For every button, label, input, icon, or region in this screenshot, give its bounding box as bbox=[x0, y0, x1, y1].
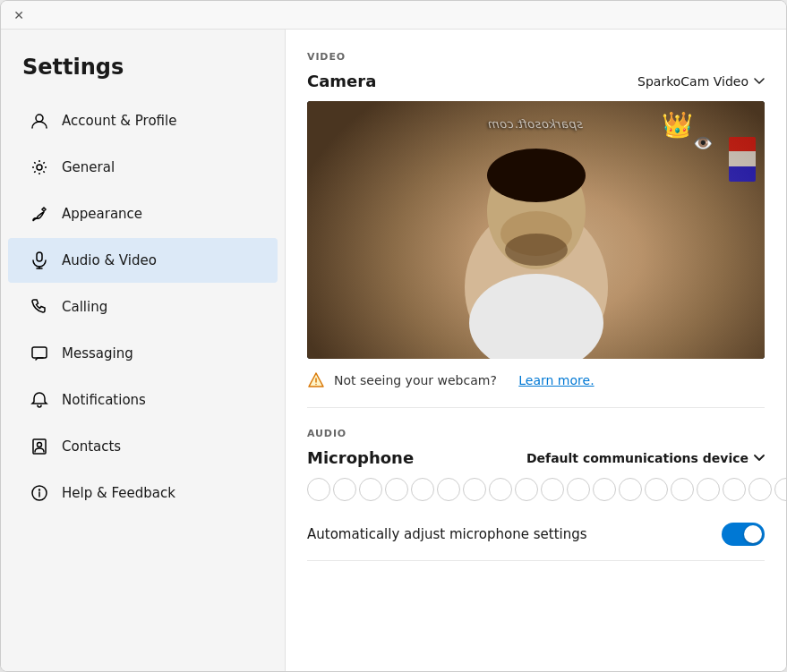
bell-icon bbox=[30, 390, 49, 410]
sidebar-item-audio-video[interactable]: Audio & Video bbox=[8, 238, 278, 283]
sidebar-item-contacts-label: Contacts bbox=[62, 438, 121, 455]
video-preview: 👑 👁️ sparkosoft.com bbox=[307, 101, 765, 359]
person-silhouette bbox=[447, 135, 626, 359]
svg-point-10 bbox=[39, 489, 40, 490]
sidebar-item-account[interactable]: Account & Profile bbox=[8, 98, 278, 143]
mic-dot-7 bbox=[463, 478, 486, 501]
mic-dot-16 bbox=[697, 478, 720, 501]
sidebar-item-notifications-label: Notifications bbox=[62, 392, 146, 408]
sidebar-item-appearance-label: Appearance bbox=[62, 206, 142, 222]
mic-dot-13 bbox=[619, 478, 642, 501]
gear-icon bbox=[30, 157, 49, 177]
webcam-feed: 👑 👁️ sparkosoft.com bbox=[307, 101, 765, 359]
svg-rect-5 bbox=[32, 347, 47, 358]
phone-icon bbox=[30, 297, 49, 317]
main-content: Settings Account & Profile bbox=[1, 30, 786, 671]
svg-point-13 bbox=[487, 149, 586, 202]
warning-row: Not seeing your webcam? Learn more. bbox=[286, 359, 786, 402]
chevron-down-icon bbox=[754, 76, 765, 87]
warning-text: Not seeing your webcam? bbox=[334, 373, 497, 387]
sidebar-item-help-label: Help & Feedback bbox=[62, 485, 175, 501]
mic-level-bar bbox=[286, 478, 786, 514]
microphone-icon bbox=[30, 251, 49, 270]
mic-dot-6 bbox=[437, 478, 460, 501]
camera-value: SparkoCam Video bbox=[637, 74, 749, 89]
mic-dot-10 bbox=[541, 478, 564, 501]
sidebar-item-help[interactable]: Help & Feedback bbox=[8, 471, 278, 515]
svg-point-0 bbox=[36, 115, 43, 122]
learn-more-link[interactable]: Learn more. bbox=[518, 373, 594, 387]
audio-section-label: AUDIO bbox=[286, 413, 786, 448]
auto-mic-row: Automatically adjust microphone settings bbox=[286, 514, 786, 555]
mic-dot-8 bbox=[489, 478, 512, 501]
microphone-row: Microphone Default communications device bbox=[286, 448, 786, 478]
microphone-select[interactable]: Default communications device bbox=[526, 451, 765, 465]
sidebar-item-general[interactable]: General bbox=[8, 145, 278, 190]
sidebar-item-notifications[interactable]: Notifications bbox=[8, 378, 278, 422]
title-bar: ✕ bbox=[1, 1, 786, 30]
main-panel: VIDEO Camera SparkoCam Video bbox=[286, 30, 786, 671]
bottom-divider bbox=[307, 560, 765, 561]
mic-dot-5 bbox=[411, 478, 434, 501]
paint-brush-icon bbox=[30, 204, 49, 224]
mic-dot-4 bbox=[385, 478, 408, 501]
sidebar-item-general-label: General bbox=[62, 159, 115, 175]
auto-mic-toggle[interactable] bbox=[722, 523, 765, 546]
mic-dot-18 bbox=[749, 478, 772, 501]
mic-dot-19 bbox=[774, 478, 786, 501]
sidebar-item-messaging-label: Messaging bbox=[62, 345, 133, 362]
camera-row: Camera SparkoCam Video bbox=[286, 72, 786, 101]
eye-emoji: 👁️ bbox=[693, 133, 713, 152]
toggle-knob bbox=[744, 525, 762, 543]
auto-mic-label: Automatically adjust microphone settings bbox=[307, 526, 587, 542]
mic-dot-15 bbox=[671, 478, 694, 501]
video-section-label: VIDEO bbox=[286, 30, 786, 72]
svg-point-1 bbox=[37, 165, 42, 170]
mic-dot-17 bbox=[723, 478, 746, 501]
sidebar-item-calling[interactable]: Calling bbox=[8, 285, 278, 329]
mic-dot-1 bbox=[307, 478, 330, 501]
chat-icon bbox=[30, 344, 49, 363]
close-button[interactable]: ✕ bbox=[12, 8, 26, 22]
mic-dot-14 bbox=[645, 478, 668, 501]
mic-dot-12 bbox=[593, 478, 616, 501]
settings-title: Settings bbox=[1, 30, 285, 98]
sidebar-item-contacts[interactable]: Contacts bbox=[8, 424, 278, 469]
mic-dot-2 bbox=[333, 478, 356, 501]
app-window: ✕ Settings Account & Profile bbox=[0, 0, 787, 672]
sidebar-item-messaging[interactable]: Messaging bbox=[8, 331, 278, 376]
svg-point-7 bbox=[38, 443, 42, 447]
microphone-label: Microphone bbox=[307, 448, 414, 467]
camera-select[interactable]: SparkoCam Video bbox=[637, 74, 765, 89]
svg-point-18 bbox=[315, 384, 317, 386]
crown-emoji: 👑 bbox=[662, 110, 693, 140]
contacts-icon bbox=[30, 437, 49, 456]
camera-label: Camera bbox=[307, 72, 376, 90]
sidebar-item-calling-label: Calling bbox=[62, 299, 107, 315]
chevron-down-icon bbox=[754, 453, 765, 464]
flag-decoration bbox=[729, 137, 756, 182]
webcam-watermark: sparkosoft.com bbox=[307, 117, 765, 131]
mic-dot-11 bbox=[567, 478, 590, 501]
warning-icon bbox=[307, 371, 325, 389]
person-icon bbox=[30, 111, 49, 131]
audio-divider bbox=[307, 407, 765, 408]
sidebar: Settings Account & Profile bbox=[1, 30, 286, 671]
sidebar-item-account-label: Account & Profile bbox=[62, 113, 176, 129]
svg-point-16 bbox=[505, 234, 568, 266]
mic-dot-9 bbox=[515, 478, 538, 501]
info-icon bbox=[30, 483, 49, 503]
microphone-value: Default communications device bbox=[526, 451, 749, 465]
mic-dot-3 bbox=[359, 478, 382, 501]
sidebar-item-appearance[interactable]: Appearance bbox=[8, 191, 278, 236]
sidebar-item-audio-video-label: Audio & Video bbox=[62, 252, 157, 268]
svg-rect-2 bbox=[37, 252, 42, 261]
